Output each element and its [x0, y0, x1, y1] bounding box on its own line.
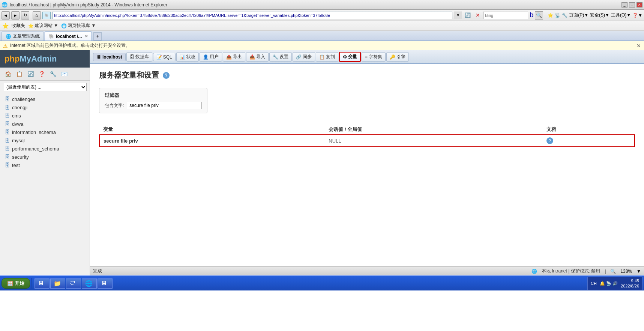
tab-localhost[interactable]: 🐘 localhost /... ✕: [45, 32, 92, 41]
start-button[interactable]: 🪟 开始: [2, 278, 30, 289]
nav-engines[interactable]: 🔑 引擎: [386, 52, 409, 62]
stop-button[interactable]: ✕: [473, 12, 482, 19]
db-icon: 🗄: [5, 129, 10, 135]
zoom-indicator: 🔍: [610, 269, 616, 274]
tools-menu[interactable]: 工具(O)▼: [611, 12, 631, 18]
db-name-dvwa: dvwa: [12, 121, 23, 127]
filter-input[interactable]: [127, 102, 202, 109]
db-item-chengji[interactable]: 🗄 chengji: [0, 103, 90, 111]
favorites-star-icon[interactable]: ⭐: [548, 13, 553, 18]
db-item-challenges[interactable]: 🗄 challenges: [0, 95, 90, 103]
tray-icons: 🔔 📡 🔊: [600, 281, 618, 286]
nav-export[interactable]: 📤 导出: [223, 52, 245, 62]
db-sidebar-button[interactable]: 📋: [15, 70, 23, 78]
variables-table: 变量 会话值 / 全局值 文档 secure file priv NULL: [99, 125, 635, 147]
security-warning-bar: ⚠ Internet 区域当前已关闭保护模式。单击此处打开安全设置。 ✕: [0, 41, 644, 50]
window-controls: _ □ ✕: [621, 2, 642, 8]
db-item-information-schema[interactable]: 🗄 information_schema: [0, 128, 90, 136]
address-go-button[interactable]: ▼: [454, 12, 462, 19]
settings-icon: 🔧: [273, 54, 278, 60]
zoom-dropdown-icon[interactable]: ▼: [636, 269, 641, 274]
col-doc: 文档: [543, 125, 635, 135]
taskbar-item-computer[interactable]: 🖥: [35, 278, 50, 289]
taskbar-item-ie[interactable]: 🌐: [82, 278, 97, 289]
db-name-performance-schema: performance_schema: [12, 146, 59, 152]
restore-button[interactable]: □: [629, 2, 635, 8]
export-icon: 📤: [226, 54, 232, 60]
tools-icon[interactable]: 🔧: [562, 13, 567, 18]
console-sidebar-button[interactable]: 📧: [60, 70, 68, 78]
bing-search-input[interactable]: [483, 12, 528, 19]
nav-charset[interactable]: ≡ 字符集: [362, 52, 386, 62]
db-item-mysql[interactable]: 🗄 mysql: [0, 136, 90, 144]
page-help-icon[interactable]: ?: [163, 72, 170, 79]
refresh-button[interactable]: ↻: [21, 11, 29, 20]
local-intranet-icon: 🌐: [531, 269, 537, 274]
sql-icon: 📝: [156, 54, 162, 60]
nav-import[interactable]: 📥 导入: [246, 52, 269, 62]
help-sidebar-button[interactable]: ❓: [38, 70, 46, 78]
filter-row: 包含文字:: [105, 102, 202, 109]
nav-replicate[interactable]: 📋 复制: [316, 52, 338, 62]
engines-icon: 🔑: [390, 54, 395, 60]
db-item-performance-schema[interactable]: 🗄 performance_schema: [0, 144, 90, 153]
database-label: 数据库: [135, 54, 149, 60]
sidebar-toolbar: 🏠 📋 🔄 ❓ 🔧 📧: [0, 68, 90, 81]
variable-value: NULL: [329, 138, 341, 144]
page-menu[interactable]: 页面(P)▼: [569, 12, 588, 18]
db-item-security[interactable]: 🗄 security: [0, 153, 90, 161]
db-icon: 🗄: [5, 96, 10, 102]
nav-status[interactable]: 📊 状态: [176, 52, 199, 62]
taskbar-item-shield[interactable]: 🛡: [66, 278, 81, 289]
rss-icon[interactable]: 📡: [555, 13, 560, 18]
new-tab-button[interactable]: +: [93, 32, 102, 41]
var-name-cell: secure file priv: [99, 135, 325, 147]
db-name-chengji: chengji: [12, 105, 27, 110]
page-title: 服务器变量和设置 ?: [99, 70, 635, 80]
var-doc-cell: ?: [543, 135, 635, 147]
tab-article-system[interactable]: 🌐 文章管理系统: [2, 32, 44, 41]
favorites-suggest[interactable]: ⭐ 建议网站 ▼: [28, 23, 58, 29]
variables-label: 变量: [348, 54, 357, 60]
db-item-cms[interactable]: 🗄 cms: [0, 111, 90, 120]
db-icon: 🗄: [5, 113, 10, 119]
tab-close-icon[interactable]: ✕: [85, 34, 88, 38]
taskbar-item-folder[interactable]: 📁: [50, 278, 65, 289]
address-bar[interactable]: [52, 12, 452, 19]
nav-sql[interactable]: 📝 SQL: [153, 53, 176, 61]
charset-label: 字符集: [369, 54, 382, 60]
forward-button[interactable]: ►: [11, 11, 20, 20]
ie-taskbar-icon: 🌐: [85, 280, 93, 287]
close-button[interactable]: ✕: [636, 2, 642, 8]
tab-localhost-label: localhost /...: [56, 34, 82, 39]
nav-settings[interactable]: 🔧 设置: [269, 52, 292, 62]
db-item-dvwa[interactable]: 🗄 dvwa: [0, 120, 90, 128]
taskbar-item-monitor[interactable]: 🖥: [98, 278, 113, 289]
home-button[interactable]: ⌂: [33, 11, 41, 20]
variables-icon: ⚙: [343, 54, 347, 60]
home-sidebar-button[interactable]: 🏠: [4, 70, 12, 78]
nav-database[interactable]: 🗄 数据库: [126, 52, 152, 62]
nav-variables[interactable]: ⚙ 变量: [339, 52, 361, 62]
refresh-page-button[interactable]: 🔄: [464, 12, 472, 19]
security-menu[interactable]: 安全(S)▼: [590, 12, 609, 18]
nav-sync[interactable]: 🔗 同步: [293, 52, 315, 62]
help-menu[interactable]: ❓▼: [632, 13, 642, 18]
favorites-newsbar[interactable]: 🌐 网页快讯库 ▼: [61, 23, 96, 29]
nav-users[interactable]: 👤 用户: [200, 52, 222, 62]
bing-icon[interactable]: b: [530, 11, 533, 19]
db-item-test[interactable]: 🗄 test: [0, 161, 90, 169]
settings-sidebar-button[interactable]: 🔧: [49, 70, 57, 78]
doc-help-icon[interactable]: ?: [546, 137, 553, 144]
search-button[interactable]: 🔍: [535, 11, 543, 20]
status-zone: 本地 Intranet | 保护模式: 禁用: [542, 268, 600, 274]
minimize-button[interactable]: _: [621, 2, 627, 8]
phpmyadmin-logo: phpMyAdmin: [0, 50, 90, 68]
reload-sidebar-button[interactable]: 🔄: [26, 70, 35, 78]
main-layout: phpMyAdmin 🏠 📋 🔄 ❓ 🔧 📧 (最近使用的表) ... 🗄 ch…: [0, 50, 644, 275]
back-button[interactable]: ◄: [2, 11, 10, 20]
browser-tools: ⭐ 📡 🔧 页面(P)▼ 安全(S)▼ 工具(O)▼ ❓▼: [548, 12, 642, 18]
recent-tables-select[interactable]: (最近使用的表) ...: [3, 83, 87, 91]
status-label: 状态: [186, 54, 195, 60]
security-bar-close-button[interactable]: ✕: [636, 43, 641, 49]
